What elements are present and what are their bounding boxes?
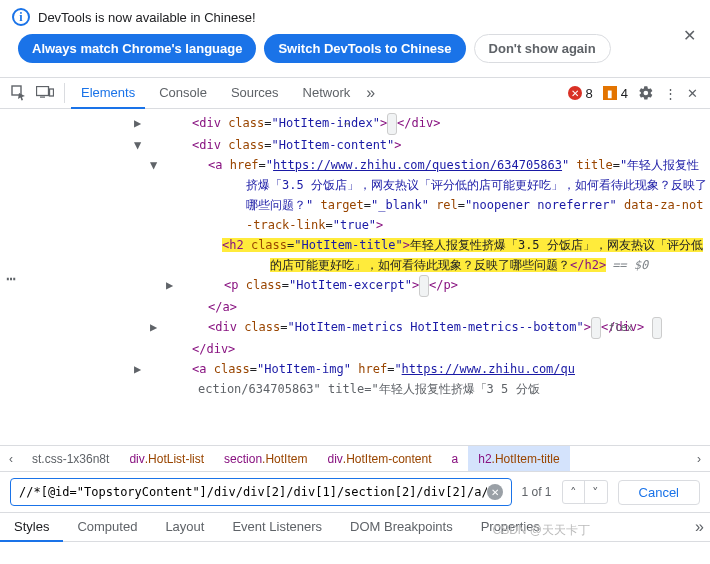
tab-sources[interactable]: Sources [221, 77, 289, 109]
styles-tabs: Styles Computed Layout Event Listeners D… [0, 512, 710, 542]
close-devtools-icon[interactable]: ✕ [687, 86, 698, 101]
search-bar: ✕ 1 of 1 ˄ ˅ Cancel [0, 471, 710, 512]
match-count: 1 of 1 [522, 485, 552, 499]
crumb-hotitem[interactable]: section.HotItem [214, 446, 317, 471]
search-nav-arrows: ˄ ˅ [562, 480, 608, 504]
crumb-truncated[interactable]: st.css-1x36n8t [22, 446, 119, 471]
banner-text: DevTools is now available in Chinese! [38, 10, 256, 25]
info-icon: i [12, 8, 30, 26]
panel-tabs: Elements Console Sources Network [71, 77, 360, 109]
tab-elements[interactable]: Elements [71, 77, 145, 109]
crumb-scroll-left[interactable]: ‹ [0, 452, 22, 466]
clear-search-icon[interactable]: ✕ [487, 484, 503, 500]
tab-layout[interactable]: Layout [151, 512, 218, 542]
svg-rect-2 [40, 97, 45, 98]
divider [64, 83, 65, 103]
svg-rect-1 [37, 87, 49, 96]
main-toolbar: Elements Console Sources Network » ✕8 ▮4… [0, 77, 710, 109]
crumb-h2[interactable]: h2.HotItem-title [468, 446, 569, 471]
settings-icon[interactable] [638, 85, 654, 101]
overflow-icon[interactable]: ⋯ [6, 269, 17, 289]
more-styles-tabs-icon[interactable]: » [689, 518, 710, 536]
more-tabs-icon[interactable]: » [360, 84, 381, 102]
dom-tree[interactable]: ⋯ ▶<div class="HotItem-index">⋯</div> ▼<… [0, 109, 710, 445]
breadcrumb-bar: ‹ st.css-1x36n8t div.HotList-list sectio… [0, 445, 710, 471]
truncated-line: ection/634705863" title="年轻人报复性挤爆「3 5 分饭 [198, 382, 540, 396]
search-input[interactable] [19, 485, 487, 499]
tab-console[interactable]: Console [149, 77, 217, 109]
dont-show-button[interactable]: Don't show again [474, 34, 611, 63]
tab-styles[interactable]: Styles [0, 512, 63, 542]
close-banner-button[interactable]: ✕ [683, 26, 696, 45]
info-banner: i DevTools is now available in Chinese! … [0, 0, 710, 67]
flex-badge[interactable]: flex [652, 317, 662, 339]
error-count: 8 [586, 86, 593, 101]
tab-event-listeners[interactable]: Event Listeners [218, 512, 336, 542]
error-badge[interactable]: ✕8 [568, 86, 593, 101]
img-href-link[interactable]: https://www.zhihu.com/qu [402, 362, 575, 376]
crumb-content[interactable]: div.HotItem-content [317, 446, 441, 471]
device-toggle-icon[interactable] [32, 80, 58, 106]
search-next-button[interactable]: ˅ [585, 481, 607, 503]
svg-rect-3 [50, 89, 54, 96]
search-prev-button[interactable]: ˄ [563, 481, 585, 503]
search-cancel-button[interactable]: Cancel [618, 480, 700, 505]
crumb-scroll-right[interactable]: › [688, 452, 710, 466]
warning-count: 4 [621, 86, 628, 101]
tab-dom-breakpoints[interactable]: DOM Breakpoints [336, 512, 467, 542]
tab-network[interactable]: Network [293, 77, 361, 109]
dollar-zero: == $0 [612, 258, 648, 272]
search-input-wrap[interactable]: ✕ [10, 478, 512, 506]
tab-computed[interactable]: Computed [63, 512, 151, 542]
switch-chinese-button[interactable]: Switch DevTools to Chinese [264, 34, 465, 63]
crumb-hotlist[interactable]: div.HotList-list [119, 446, 214, 471]
kebab-icon[interactable]: ⋮ [664, 86, 677, 101]
tab-properties[interactable]: Properties [467, 512, 554, 542]
match-language-button[interactable]: Always match Chrome's language [18, 34, 256, 63]
href-link[interactable]: https://www.zhihu.com/question/634705863 [273, 158, 562, 172]
warning-badge[interactable]: ▮4 [603, 86, 628, 101]
inspect-icon[interactable] [6, 80, 32, 106]
selected-node[interactable]: <h2 class="HotItem-title">年轻人报复性挤爆「3.5 分… [0, 235, 710, 275]
crumb-a[interactable]: a [442, 446, 469, 471]
